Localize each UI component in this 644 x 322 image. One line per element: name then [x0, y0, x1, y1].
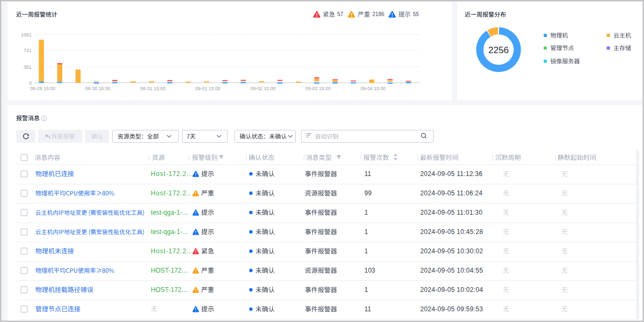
svg-text:08-30 15:00: 08-30 15:00	[85, 86, 111, 91]
svg-text:09-02 15:00: 09-02 15:00	[251, 86, 276, 91]
svg-text:Host-172.2...: Host-172.2...	[151, 247, 193, 255]
svg-text:103: 103	[364, 267, 375, 274]
svg-text:2186: 2186	[372, 11, 385, 17]
svg-text:09-04 15:00: 09-04 15:00	[361, 86, 386, 91]
svg-text:1: 1	[364, 286, 368, 294]
svg-text:721: 721	[24, 48, 32, 53]
svg-text:99: 99	[364, 189, 372, 197]
svg-text:11: 11	[364, 170, 371, 178]
svg-text:2024-09-05 09:59:53: 2024-09-05 09:59:53	[420, 305, 483, 313]
svg-text:1081: 1081	[21, 32, 32, 38]
svg-text:08-29 15:00: 08-29 15:00	[30, 86, 55, 91]
svg-text:11: 11	[364, 305, 371, 313]
svg-text:Host-172.2...: Host-172.2...	[151, 170, 193, 178]
svg-text:2024-09-05 11:06:24: 2024-09-05 11:06:24	[420, 189, 482, 197]
svg-text:2024-09-05 11:12:36: 2024-09-05 11:12:36	[420, 170, 482, 178]
svg-text:2024-09-05 11:01:30: 2024-09-05 11:01:30	[420, 209, 482, 216]
svg-text:57: 57	[338, 11, 344, 17]
svg-text:2024-09-05 10:04:55: 2024-09-05 10:04:55	[420, 267, 483, 274]
svg-text:Host-172.2...: Host-172.2...	[151, 189, 193, 197]
svg-text:2024-09-05 10:45:28: 2024-09-05 10:45:28	[420, 228, 483, 236]
svg-text:1: 1	[364, 247, 368, 255]
svg-text:1: 1	[364, 228, 368, 236]
svg-text:2024-09-05 10:02:04: 2024-09-05 10:02:04	[420, 286, 483, 294]
svg-text:test-qga-1-...: test-qga-1-...	[151, 228, 188, 236]
svg-text:HOST-172....: HOST-172....	[151, 267, 189, 274]
svg-text:test-qga-1-...: test-qga-1-...	[151, 209, 188, 216]
svg-text:55: 55	[413, 11, 420, 17]
svg-text:0: 0	[29, 80, 32, 86]
svg-text:361: 361	[24, 64, 32, 70]
svg-text:09-01 15:00: 09-01 15:00	[195, 86, 221, 91]
svg-text:1: 1	[364, 209, 368, 216]
svg-text:HOST-172....: HOST-172....	[151, 286, 189, 294]
svg-text:09-03 15:00: 09-03 15:00	[305, 86, 331, 91]
svg-text:2024-09-05 10:30:02: 2024-09-05 10:30:02	[420, 247, 483, 255]
svg-text:08-31 15:00: 08-31 15:00	[140, 86, 165, 91]
svg-text:2256: 2256	[488, 45, 509, 55]
